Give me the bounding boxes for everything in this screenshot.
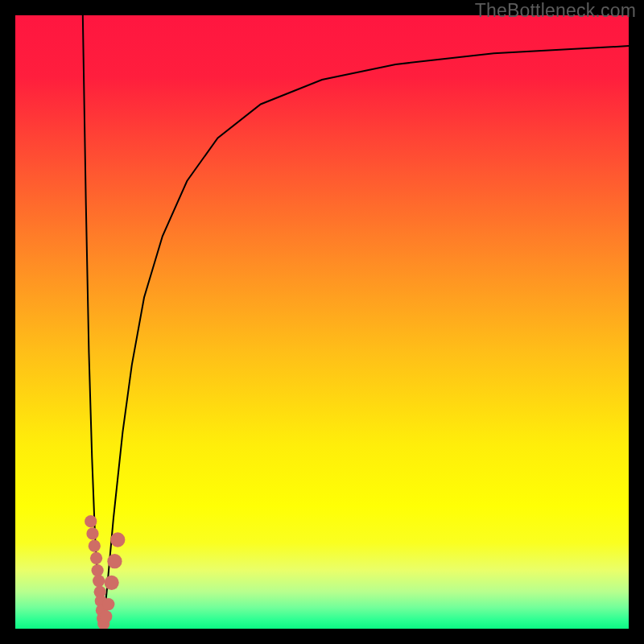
gradient-bg	[15, 15, 629, 629]
data-marker	[86, 527, 98, 539]
chart-frame: TheBottleneck.com	[0, 0, 644, 644]
data-marker	[107, 554, 122, 568]
data-marker	[102, 598, 114, 610]
data-marker	[90, 552, 102, 564]
data-marker	[89, 540, 101, 552]
watermark-text: TheBottleneck.com	[475, 0, 636, 22]
plot-area	[15, 15, 629, 629]
data-marker	[110, 532, 125, 547]
data-marker	[85, 515, 97, 527]
data-marker	[91, 564, 103, 576]
data-marker	[104, 576, 118, 590]
chart-svg	[15, 15, 629, 629]
data-marker	[93, 575, 105, 587]
data-marker	[100, 610, 112, 622]
